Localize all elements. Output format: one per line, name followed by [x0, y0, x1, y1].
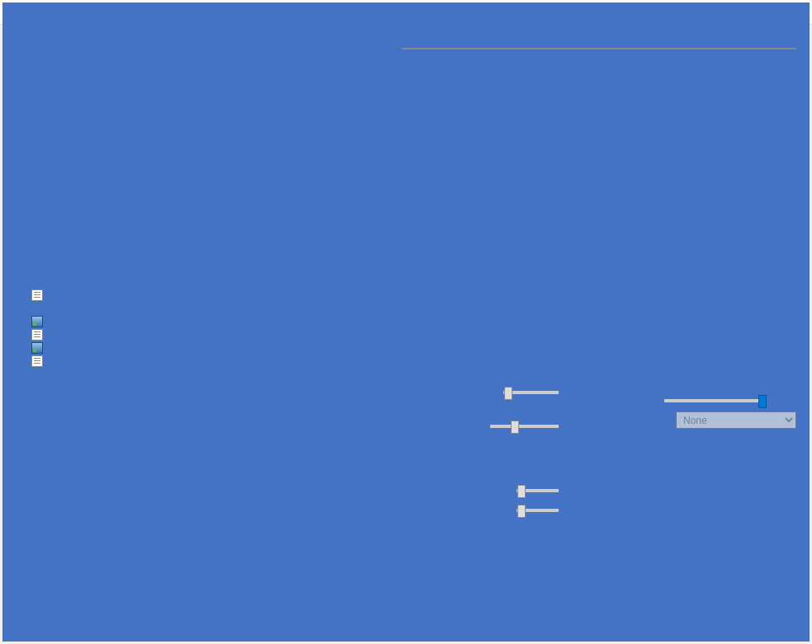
img-icon [31, 316, 43, 327]
files-group: Files Back Up Browse... Desktop Location… [8, 30, 388, 496]
txt-icon [31, 289, 43, 301]
preview-image: TM SOFTPEDIA www.softpedia.com 20/11/201… [402, 48, 796, 49]
img-icon [31, 342, 43, 354]
preview-brand: SOFTPEDIA [495, 48, 702, 49]
txt-icon [31, 329, 43, 341]
y-offset-slider [517, 509, 559, 512]
pixel-slider [490, 425, 559, 428]
exe-icon [31, 276, 43, 288]
file-row[interactable]: fileserver [17, 275, 253, 289]
percent-slider [503, 391, 559, 394]
quality-slider[interactable] [664, 399, 767, 402]
txt-icon [31, 355, 43, 367]
x-offset-slider [517, 489, 559, 492]
file-tree[interactable]: AutorunsEverythingPortableIcoFXPortablei… [16, 117, 253, 476]
compression-select: None [676, 411, 796, 429]
